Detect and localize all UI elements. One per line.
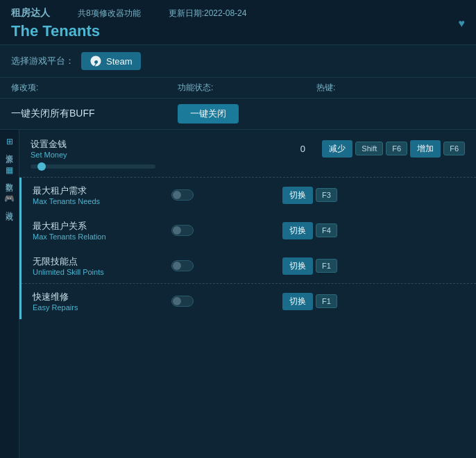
platform-label: 选择游戏平台： xyxy=(11,55,74,67)
sidebar-resources-label: 资源 xyxy=(4,149,15,151)
max-tenants-needs-key-tag: F3 xyxy=(316,188,337,202)
easy-repairs-info: 快速维修 Easy Repairs xyxy=(33,291,171,312)
col-modify-label: 修改项: xyxy=(11,82,178,94)
max-tenants-needs-toggle-thumb xyxy=(173,191,181,199)
max-tenants-relation-name-cn: 最大租户关系 xyxy=(33,220,171,232)
unlimited-skill-points-name-cn: 无限技能点 xyxy=(33,255,171,268)
max-tenants-relation-key-group: 切换 F4 xyxy=(282,222,337,239)
max-tenants-relation-key-tag: F4 xyxy=(316,223,337,237)
set-money-info: 设置金钱 Set Money xyxy=(31,138,67,159)
max-tenants-relation-row: 最大租户关系 Max Tenants Relation 切换 F4 xyxy=(22,213,476,248)
max-tenants-relation-info: 最大租户关系 Max Tenants Relation xyxy=(33,220,171,241)
app-header: 租房达人 共8项修改器功能 更新日期:2022-08-24 The Tenant… xyxy=(0,0,476,45)
set-money-name-cn: 设置金钱 xyxy=(31,138,67,151)
resources-icon: ⊞ xyxy=(6,137,13,146)
one-click-row: 一键关闭所有BUFF 一键关闭 xyxy=(0,99,476,130)
main-area: ⊞ 资源 ▦ 数据 🎮 游戏 设置金钱 Set Money 0 xyxy=(0,130,476,458)
easy-repairs-toggle-btn[interactable]: 切换 xyxy=(282,293,313,310)
set-money-name-en: Set Money xyxy=(31,151,67,159)
steam-button[interactable]: Steam xyxy=(81,52,141,70)
column-headers: 修改项: 功能状态: 热键: xyxy=(0,78,476,99)
max-tenants-relation-name-en: Max Tenants Relation xyxy=(33,232,171,241)
max-tenants-relation-toggle[interactable] xyxy=(171,225,194,236)
easy-repairs-name-cn: 快速维修 xyxy=(33,291,171,303)
easy-repairs-row: 快速维修 Easy Repairs 切换 F1 xyxy=(22,284,476,319)
header-title-row: 租房达人 共8项修改器功能 更新日期:2022-08-24 xyxy=(11,7,246,19)
game-features-section: 快速维修 Easy Repairs 切换 F1 xyxy=(19,284,476,319)
max-tenants-needs-key-group: 切换 F3 xyxy=(282,187,337,204)
steam-label: Steam xyxy=(106,56,133,67)
easy-repairs-name-en: Easy Repairs xyxy=(33,303,171,312)
sidebar-data-label: 数据 xyxy=(4,177,15,180)
money-slider-track[interactable] xyxy=(31,164,155,169)
set-money-key-group: 减少 Shift F6 增加 F6 xyxy=(322,140,465,158)
header-left: 租房达人 共8项修改器功能 更新日期:2022-08-24 The Tenant… xyxy=(11,7,246,40)
unlimited-skill-points-name-en: Unlimited Skill Points xyxy=(33,268,171,276)
easy-repairs-toggle-wrap xyxy=(171,296,241,307)
unlimited-skill-points-row: 无限技能点 Unlimited Skill Points 切换 F1 xyxy=(22,248,476,284)
f6-increase-key-tag: F6 xyxy=(443,142,465,155)
easy-repairs-toggle[interactable] xyxy=(171,296,194,307)
game-icon: 🎮 xyxy=(4,194,15,203)
game-title: The Tenants xyxy=(11,22,246,40)
sidebar: ⊞ 资源 ▦ 数据 🎮 游戏 xyxy=(0,130,19,458)
set-money-section: 设置金钱 Set Money 0 减少 Shift F6 增加 F6 xyxy=(19,130,476,178)
platform-section: 选择游戏平台： Steam xyxy=(0,45,476,78)
one-click-label: 一键关闭所有BUFF xyxy=(11,108,178,120)
set-money-controls: 0 减少 Shift F6 增加 F6 xyxy=(289,140,465,158)
app-name: 租房达人 xyxy=(11,7,50,19)
max-tenants-needs-toggle-btn[interactable]: 切换 xyxy=(282,187,313,204)
update-date: 更新日期:2022-08-24 xyxy=(169,8,247,19)
feature-count: 共8项修改器功能 xyxy=(78,8,141,19)
max-tenants-needs-name-en: Max Tenants Needs xyxy=(33,197,171,205)
sidebar-game-label: 游戏 xyxy=(4,205,15,208)
max-tenants-needs-name-cn: 最大租户需求 xyxy=(33,185,171,197)
data-features-section: 最大租户需求 Max Tenants Needs 切换 F3 最大租户关系 M xyxy=(19,178,476,284)
max-tenants-needs-toggle-wrap xyxy=(171,189,241,201)
col-status-label: 功能状态: xyxy=(178,82,316,94)
unlimited-skill-points-toggle-thumb xyxy=(173,262,181,270)
money-slider-thumb[interactable] xyxy=(37,162,46,171)
easy-repairs-toggle-thumb xyxy=(173,297,181,305)
decrease-button[interactable]: 减少 xyxy=(322,140,352,158)
unlimited-skill-points-info: 无限技能点 Unlimited Skill Points xyxy=(33,255,171,276)
sidebar-section-data: ▦ 数据 xyxy=(4,165,15,180)
sidebar-section-game: 🎮 游戏 xyxy=(4,194,15,208)
unlimited-skill-points-toggle-btn[interactable]: 切换 xyxy=(282,257,313,275)
max-tenants-needs-toggle[interactable] xyxy=(171,189,194,201)
max-tenants-relation-toggle-btn[interactable]: 切换 xyxy=(282,222,313,239)
content-area: 设置金钱 Set Money 0 减少 Shift F6 增加 F6 xyxy=(19,130,476,458)
max-tenants-needs-info: 最大租户需求 Max Tenants Needs xyxy=(33,185,171,205)
favorite-icon[interactable]: ♥ xyxy=(459,17,466,30)
data-icon: ▦ xyxy=(6,165,13,175)
max-tenants-needs-row: 最大租户需求 Max Tenants Needs 切换 F3 xyxy=(22,178,476,213)
unlimited-skill-points-key-group: 切换 F1 xyxy=(282,257,337,275)
unlimited-skill-points-toggle[interactable] xyxy=(171,260,194,271)
max-tenants-relation-toggle-wrap xyxy=(171,225,241,236)
f6-decrease-key-tag: F6 xyxy=(386,142,407,155)
easy-repairs-key-group: 切换 F1 xyxy=(282,293,337,310)
col-hotkey-label: 热键: xyxy=(316,82,335,94)
shift-key-tag: Shift xyxy=(355,142,383,155)
steam-logo-icon xyxy=(90,55,102,67)
unlimited-skill-points-key-tag: F1 xyxy=(316,259,337,273)
one-click-button[interactable]: 一键关闭 xyxy=(178,104,239,124)
increase-button[interactable]: 增加 xyxy=(410,140,441,158)
set-money-value: 0 xyxy=(289,144,316,154)
unlimited-skill-points-toggle-wrap xyxy=(171,260,241,271)
max-tenants-relation-toggle-thumb xyxy=(173,226,181,235)
easy-repairs-key-tag: F1 xyxy=(316,294,337,308)
sidebar-section-resources: ⊞ 资源 xyxy=(4,137,15,151)
